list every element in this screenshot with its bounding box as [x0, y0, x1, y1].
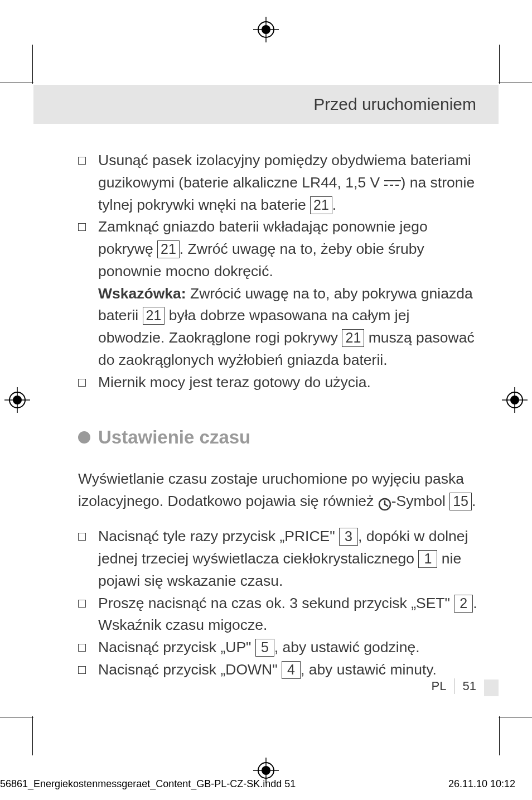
print-timestamp: 26.11.10 10:12	[448, 778, 515, 790]
ref-number: 5	[255, 639, 274, 657]
text: , aby ustawić minuty.	[301, 661, 437, 678]
page-number: 51	[463, 679, 476, 693]
text: Proszę nacisnąć na czas ok. 3 sekund prz…	[98, 595, 454, 611]
text: , aby ustawić godzinę.	[274, 639, 420, 656]
text: Nacisnąć przycisk „UP"	[98, 639, 255, 656]
paragraph: Wyświetlanie czasu zostaje uruchomione p…	[78, 468, 480, 513]
instruction-list-2: Nacisnąć tyle razy przycisk „PRICE" 3, d…	[78, 526, 480, 681]
list-item: Usunąć pasek izolacyjny pomiędzy obydwie…	[78, 150, 480, 216]
ref-number: 21	[143, 307, 165, 325]
page-content: Usunąć pasek izolacyjny pomiędzy obydwie…	[78, 150, 480, 681]
ref-number: 21	[310, 196, 332, 214]
crop-mark	[499, 45, 500, 84]
list-item: Zamknąć gniazdo baterii wkładając ponown…	[78, 216, 480, 371]
list-item: Proszę nacisnąć na czas ok. 3 sekund prz…	[78, 592, 480, 637]
text: -Symbol	[391, 493, 450, 509]
list-item: Nacisnąć tyle razy przycisk „PRICE" 3, d…	[78, 526, 480, 592]
clock-icon	[378, 495, 391, 509]
crop-mark	[499, 716, 500, 755]
ref-number: 15	[449, 493, 472, 510]
ref-number: 3	[339, 528, 358, 546]
ref-number: 21	[157, 240, 180, 258]
page-footer: PL 51	[432, 678, 476, 694]
registration-mark-icon	[502, 387, 528, 413]
registration-mark-icon	[253, 17, 279, 42]
bullet-icon	[78, 431, 90, 444]
ref-number: 1	[418, 550, 437, 568]
text: Miernik mocy jest teraz gotowy do użycia…	[98, 374, 371, 391]
ref-number: 21	[342, 329, 364, 347]
page-header: Przed uruchomieniem	[33, 85, 499, 124]
crop-mark	[32, 45, 33, 84]
separator	[454, 678, 455, 694]
list-item: Miernik mocy jest teraz gotowy do użycia…	[78, 372, 480, 394]
list-item: Nacisnąć przycisk „DOWN" 4, aby ustawić …	[78, 659, 480, 681]
print-filename: 56861_Energiekostenmessgeraet_Content_GB…	[0, 778, 296, 790]
registration-mark-icon	[4, 387, 30, 413]
list-item: Nacisnąć przycisk „UP" 5, aby ustawić go…	[78, 637, 480, 659]
ref-number: 2	[454, 595, 473, 613]
svg-line-18	[385, 504, 388, 506]
page-header-title: Przed uruchomieniem	[313, 95, 476, 114]
crop-mark	[499, 717, 532, 717]
page-lang: PL	[432, 679, 447, 693]
crop-mark	[0, 717, 33, 717]
text: .	[472, 493, 476, 509]
section-heading: Ustawienie czasu	[78, 423, 480, 451]
text: Nacisnąć tyle razy przycisk „PRICE"	[98, 528, 339, 544]
text: .	[332, 196, 336, 213]
ref-number: 4	[282, 661, 301, 679]
text: Nacisnąć przycisk „DOWN"	[98, 661, 282, 678]
crop-mark	[0, 83, 33, 83]
instruction-list-1: Usunąć pasek izolacyjny pomiędzy obydwie…	[78, 150, 480, 393]
page-edge-bar	[484, 679, 499, 696]
dc-symbol-icon	[384, 180, 401, 187]
section-title: Ustawienie czasu	[98, 423, 250, 451]
crop-mark	[499, 83, 532, 83]
crop-mark	[32, 716, 33, 755]
hint-label: Wskazówka:	[98, 285, 186, 302]
